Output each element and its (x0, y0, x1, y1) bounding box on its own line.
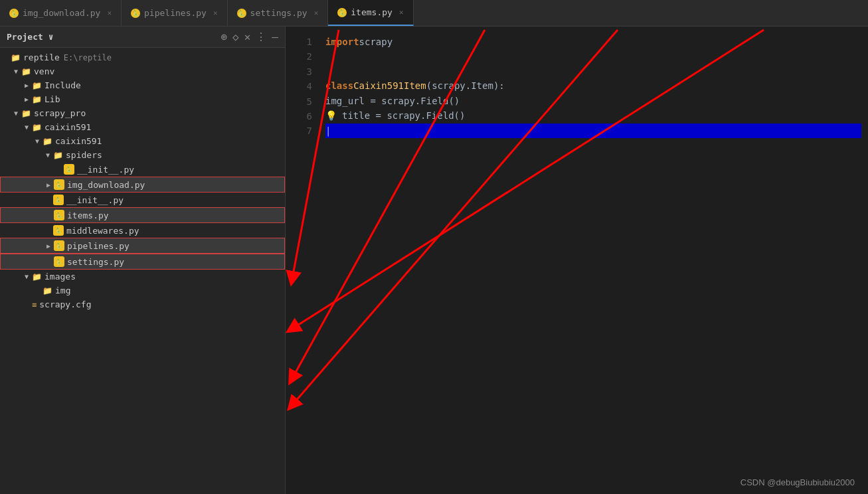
sidebar-title: Project ∨ (7, 32, 215, 42)
tree-item-reptile[interactable]: 📁 reptile E:\reptile (0, 50, 285, 64)
code-line-2 (325, 49, 861, 64)
expand-arrow[interactable]: ▼ (43, 151, 53, 159)
py-icon: 🐍 (53, 225, 64, 236)
path-label: E:\reptile (64, 53, 112, 62)
tab-close[interactable]: ✕ (314, 9, 319, 17)
sidebar-toolbar: ⊕ ◇ ✕ ⋮ — (220, 31, 278, 43)
file-label: img_download.py (67, 180, 145, 190)
tab-py-icon: 🐍 (337, 8, 347, 17)
tree-item-pipelines[interactable]: ▶ 🐍 pipelines.py (0, 238, 285, 254)
tab-label: img_download.py (23, 8, 100, 18)
file-label: pipelines.py (67, 241, 130, 251)
tree-item-middlewares[interactable]: 🐍 middlewares.py (0, 223, 285, 238)
line-number-6: 6 (286, 109, 312, 124)
tree-item-settings[interactable]: 🐍 settings.py (0, 254, 285, 270)
expand-arrow[interactable]: ▶ (43, 181, 54, 189)
expand-arrow[interactable]: ▶ (21, 82, 32, 89)
folder-icon: 📁 (43, 137, 52, 146)
tab-py-icon: 🐍 (9, 9, 19, 18)
tree-item-spiders[interactable]: ▼ 📁 spiders (0, 148, 285, 162)
file-label: middlewares.py (66, 226, 139, 236)
tree-item-init2[interactable]: 🐍 __init__.py (0, 193, 285, 207)
tab-settings[interactable]: 🐍 settings.py ✕ (228, 0, 329, 26)
tab-py-icon: 🐍 (237, 9, 246, 18)
line-number-7: 7 (286, 124, 312, 138)
tree-item-img[interactable]: 📁 img (0, 284, 285, 297)
keyword: class (325, 78, 353, 93)
folder-icon: 📁 (53, 151, 63, 160)
folder-icon: 📁 (32, 123, 42, 132)
folder-icon: 📁 (21, 109, 31, 118)
project-arrow[interactable]: ∨ (48, 32, 54, 42)
tab-close[interactable]: ✕ (399, 8, 404, 17)
py-icon: 🐍 (53, 195, 64, 205)
watermark: CSDN @debugBiubiubiu2000 (740, 477, 855, 487)
file-label: caixin591 (44, 122, 91, 132)
tree-item-caixin591_inner[interactable]: ▼ 📁 caixin591 (0, 134, 285, 148)
folder-icon: 📁 (32, 272, 42, 282)
tree-item-include[interactable]: ▶ 📁 Include (0, 78, 285, 92)
hint-icon: 💡 (325, 108, 337, 123)
file-label: scrapy.cfg (39, 299, 91, 309)
py-icon: 🐍 (54, 179, 64, 190)
line-numbers: 1234567 (286, 27, 319, 494)
tree-item-caixin591_outer[interactable]: ▼ 📁 caixin591 (0, 120, 285, 134)
code-area: 1234567 import scrapyclass Caixin591Item… (286, 27, 868, 494)
config-icon: ≡ (32, 300, 37, 309)
close-icon[interactable]: ✕ (244, 31, 251, 43)
code-line-5: img_url = scrapy.Field() (325, 94, 861, 108)
folder-icon: 📁 (32, 95, 42, 104)
cursor: | (325, 124, 331, 138)
tab-close[interactable]: ✕ (213, 9, 218, 17)
swap-icon[interactable]: ◇ (232, 31, 239, 43)
expand-arrow[interactable]: ▼ (32, 137, 43, 145)
tab-items[interactable]: 🐍 items.py ✕ (328, 0, 413, 26)
tab-img_download[interactable]: 🐍 img_download.py ✕ (0, 0, 122, 26)
expand-arrow[interactable]: ▼ (11, 110, 21, 117)
sidebar: Project ∨ ⊕ ◇ ✕ ⋮ — 📁 reptile E:\reptile… (0, 27, 286, 494)
tree-item-img_download[interactable]: ▶ 🐍 img_download.py (0, 177, 285, 193)
tree-item-venv[interactable]: ▼ 📁 venv (0, 64, 285, 78)
tree-item-scrapy_pro[interactable]: ▼ 📁 scrapy_pro (0, 106, 285, 120)
add-icon[interactable]: ⊕ (220, 31, 227, 43)
file-label: reptile (23, 52, 60, 62)
keyword: import (325, 35, 359, 49)
code-lines[interactable]: import scrapyclass Caixin591Item(scrapy.… (319, 27, 868, 494)
code-line-1: import scrapy (325, 35, 861, 49)
line-number-2: 2 (286, 49, 312, 64)
file-label: spiders (66, 150, 102, 160)
code-text: title = scrapy.Field() (342, 108, 465, 123)
tree-item-init1[interactable]: 🐍 __init__.py (0, 162, 285, 177)
expand-arrow[interactable]: ▼ (11, 68, 21, 75)
tab-label: items.py (351, 7, 392, 17)
expand-arrow[interactable]: ▶ (21, 96, 32, 103)
tab-label: pipelines.py (144, 8, 207, 18)
tab-pipelines[interactable]: 🐍 pipelines.py ✕ (122, 0, 228, 26)
tree-item-images[interactable]: ▼ 📁 images (0, 270, 285, 284)
tab-close[interactable]: ✕ (107, 9, 112, 17)
tree-item-lib[interactable]: ▶ 📁 Lib (0, 92, 285, 106)
folder-icon: 📁 (32, 81, 42, 90)
expand-arrow[interactable]: ▼ (21, 273, 32, 280)
class-name: Caixin591Item (353, 78, 426, 93)
expand-arrow[interactable]: ▶ (43, 242, 54, 250)
more-icon[interactable]: ⋮ (256, 31, 266, 43)
file-label: img (55, 286, 70, 295)
code-content: 1234567 import scrapyclass Caixin591Item… (286, 27, 868, 494)
line-number-5: 5 (286, 94, 312, 109)
expand-arrow[interactable]: ▼ (21, 124, 32, 131)
tab-bar: 🐍 img_download.py ✕ 🐍 pipelines.py ✕ 🐍 s… (0, 0, 868, 27)
folder-icon: 📁 (11, 53, 21, 62)
file-tree: 📁 reptile E:\reptile ▼ 📁 venv ▶ 📁 Includ… (0, 48, 285, 314)
tree-item-scrapy_cfg[interactable]: ≡ scrapy.cfg (0, 297, 285, 311)
file-label: __init__.py (66, 195, 124, 205)
tree-item-items[interactable]: 🐍 items.py (0, 207, 285, 223)
file-label: images (44, 272, 76, 282)
minimize-icon[interactable]: — (272, 31, 278, 43)
folder-icon: 📁 (21, 67, 31, 76)
py-icon: 🐍 (54, 240, 64, 251)
file-label: __init__.py (77, 165, 134, 175)
module-name: scrapy (359, 35, 393, 49)
project-label: Project (7, 32, 43, 42)
line-number-4: 4 (286, 79, 312, 94)
